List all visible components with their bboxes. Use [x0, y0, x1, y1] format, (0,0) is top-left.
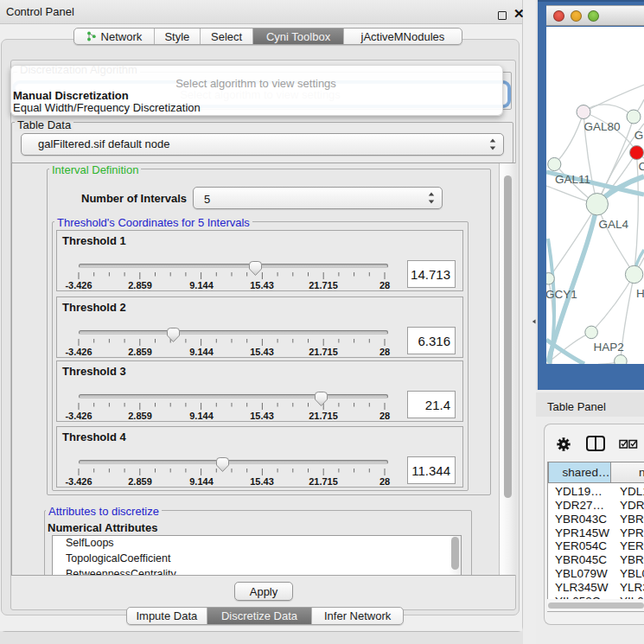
- svg-text:GAL80: GAL80: [584, 120, 621, 133]
- svg-text:G.: G.: [634, 129, 644, 142]
- svg-text:HAP2: HAP2: [594, 341, 624, 354]
- svg-text:GAL4: GAL4: [598, 218, 628, 231]
- svg-text:C: C: [639, 160, 644, 173]
- svg-text:GCY1: GCY1: [546, 288, 577, 301]
- svg-text:H: H: [636, 287, 644, 300]
- svg-text:GAL11: GAL11: [555, 173, 590, 186]
